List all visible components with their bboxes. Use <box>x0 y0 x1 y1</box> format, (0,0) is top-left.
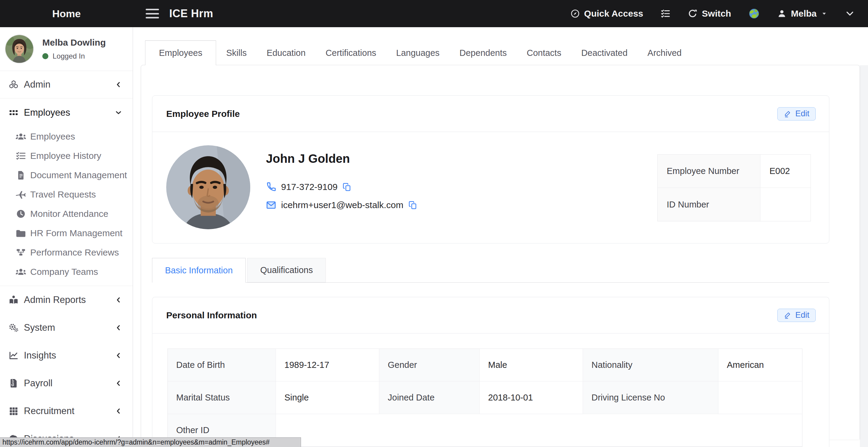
personal-information-card: Personal Information Edit Date of Birth … <box>152 297 829 447</box>
sidebar-item-hr-form-management[interactable]: HR Form Management <box>0 224 133 243</box>
clock-icon <box>15 209 27 218</box>
book-reader-icon <box>9 295 19 305</box>
sidebar-item-label: Company Teams <box>30 267 98 277</box>
quick-access-label: Quick Access <box>584 8 644 19</box>
field-value: American <box>718 349 802 381</box>
logged-in-dot <box>42 53 49 59</box>
main-content: Employees Skills Education Certification… <box>133 27 868 447</box>
switch-label: Switch <box>702 8 731 19</box>
field-value: Male <box>479 349 583 381</box>
tab-contacts[interactable]: Contacts <box>517 40 571 65</box>
chevron-left-icon <box>115 81 122 88</box>
tab-archived[interactable]: Archived <box>638 40 691 65</box>
archive-file-icon <box>9 378 19 388</box>
user-menu[interactable]: Melba <box>777 8 828 19</box>
sidebar-item-travel-requests[interactable]: Travel Requests <box>0 185 133 204</box>
sidebar-item-company-teams[interactable]: Company Teams <box>0 262 133 282</box>
chart-line-icon <box>9 351 19 360</box>
chevron-left-icon <box>115 352 122 359</box>
edit-personal-info-label: Edit <box>795 311 809 320</box>
edit-personal-info-button[interactable]: Edit <box>777 309 816 322</box>
cubes-icon <box>9 80 19 89</box>
employee-profile-card: Employee Profile Edit <box>152 95 829 244</box>
browser-status-bar: https://icehrm.com/app/demo-icehrm/?g=ad… <box>0 437 301 447</box>
sidebar-item-label: Performance Reviews <box>30 247 119 258</box>
sidebar-item-label: Payroll <box>24 378 53 389</box>
topbar: Home ICE Hrm Quick Access Switch <box>0 0 868 27</box>
sidebar-item-label: Recruitment <box>24 406 74 416</box>
field-label: Joined Date <box>379 381 479 414</box>
sidebar-item-performance-reviews[interactable]: Performance Reviews <box>0 243 133 262</box>
pen-icon <box>784 110 792 118</box>
phone-icon <box>266 182 276 192</box>
tab-skills[interactable]: Skills <box>216 40 256 65</box>
quick-access-button[interactable]: Quick Access <box>570 8 644 19</box>
globe-icon[interactable] <box>749 8 760 19</box>
chevron-left-icon <box>115 408 122 414</box>
switch-button[interactable]: Switch <box>688 8 731 19</box>
sidebar-item-admin-reports[interactable]: Admin Reports <box>0 286 133 314</box>
app-title: ICE Hrm <box>169 7 213 20</box>
employee-email[interactable]: icehrm+user1@web-stalk.com <box>281 200 403 210</box>
caret-down-icon <box>821 10 828 17</box>
summary-label: ID Number <box>658 188 760 221</box>
field-label: Driving License No <box>583 381 718 414</box>
chevron-down-icon[interactable] <box>845 9 855 19</box>
tasks-icon[interactable] <box>661 9 670 19</box>
field-value: 2018-10-01 <box>479 381 583 414</box>
copy-icon[interactable] <box>408 200 417 210</box>
sidebar-item-employees[interactable]: Employees <box>0 127 133 146</box>
chevron-left-icon <box>115 380 122 387</box>
sidebar-item-insights[interactable]: Insights <box>0 342 133 370</box>
list-check-icon <box>15 151 27 160</box>
compass-icon <box>570 9 580 19</box>
employee-photo <box>166 145 250 229</box>
sidebar-item-employee-history[interactable]: Employee History <box>0 146 133 165</box>
sidebar-item-monitor-attendance[interactable]: Monitor Attendance <box>0 204 133 224</box>
edit-profile-label: Edit <box>795 109 809 118</box>
tab-basic-information[interactable]: Basic Information <box>152 258 246 283</box>
cogs-icon <box>9 323 19 332</box>
summary-label: Employee Number <box>658 155 760 188</box>
tab-content-panel: Employee Profile Edit <box>141 65 860 440</box>
tab-certifications[interactable]: Certifications <box>315 40 386 65</box>
sidebar-user-card: Melba Dowling Logged In <box>0 27 133 71</box>
sidebar-item-employees-section[interactable]: Employees <box>0 98 133 127</box>
users-icon <box>15 267 27 276</box>
edit-profile-button[interactable]: Edit <box>777 107 816 121</box>
chevron-down-icon <box>115 109 122 116</box>
field-label: Nationality <box>583 349 718 381</box>
file-icon <box>15 171 27 180</box>
employee-phone[interactable]: 917-372-9109 <box>281 182 338 192</box>
field-value: Single <box>276 381 379 414</box>
sidebar-item-system[interactable]: System <box>0 314 133 342</box>
tab-education[interactable]: Education <box>256 40 315 65</box>
sidebar-item-label: Employees <box>30 131 75 142</box>
sidebar-item-label: System <box>24 322 55 333</box>
sidebar-item-document-management[interactable]: Document Management <box>0 165 133 185</box>
plane-icon <box>15 190 27 199</box>
tab-dependents[interactable]: Dependents <box>450 40 517 65</box>
field-label: Marital Status <box>168 381 276 414</box>
field-label: Date of Birth <box>168 349 276 381</box>
hamburger-icon[interactable] <box>146 9 159 19</box>
sidebar: Melba Dowling Logged In Admin Employees <box>0 27 133 447</box>
sidebar-item-payroll[interactable]: Payroll <box>0 370 133 397</box>
copy-icon[interactable] <box>342 183 351 191</box>
home-link[interactable]: Home <box>0 8 133 20</box>
sidebar-item-label: Insights <box>24 350 56 361</box>
sidebar-item-recruitment[interactable]: Recruitment <box>0 397 133 425</box>
summary-value <box>760 188 811 221</box>
pen-icon <box>784 311 792 319</box>
tab-employees[interactable]: Employees <box>145 40 216 65</box>
envelope-icon <box>266 200 276 210</box>
profile-subtabs: Basic Information Qualifications <box>152 258 829 283</box>
diagram-icon <box>15 248 27 257</box>
tab-languages[interactable]: Languages <box>386 40 450 65</box>
tab-deactivated[interactable]: Deactivated <box>571 40 638 65</box>
right-gutter <box>860 65 868 447</box>
sidebar-item-admin[interactable]: Admin <box>0 71 133 98</box>
sidebar-item-label: Travel Requests <box>30 189 96 200</box>
tab-qualifications[interactable]: Qualifications <box>247 258 326 282</box>
sidebar-item-label: Employees <box>24 107 70 118</box>
